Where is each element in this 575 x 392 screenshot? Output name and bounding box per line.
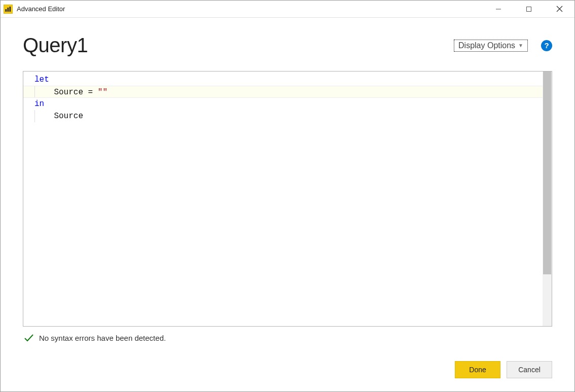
content-area: Query1 Display Options ▼ ? let Source = … bbox=[1, 18, 574, 391]
scrollbar-thumb[interactable] bbox=[543, 72, 551, 274]
code-line: let bbox=[23, 74, 543, 86]
page-title: Query1 bbox=[23, 34, 88, 57]
display-options-label: Display Options bbox=[458, 41, 515, 50]
app-icon bbox=[4, 5, 13, 14]
status-message: No syntax errors have been detected. bbox=[39, 334, 166, 342]
code-line: Source bbox=[23, 110, 543, 122]
code-line: in bbox=[23, 98, 543, 110]
minimize-button[interactable] bbox=[483, 1, 514, 17]
window-title: Advanced Editor bbox=[17, 5, 65, 13]
checkmark-icon bbox=[24, 333, 34, 343]
help-icon[interactable]: ? bbox=[541, 40, 552, 51]
titlebar-left: Advanced Editor bbox=[4, 5, 65, 14]
editor-container: let Source = ""in Source bbox=[23, 71, 552, 327]
button-row: Done Cancel bbox=[23, 361, 552, 381]
svg-rect-5 bbox=[527, 7, 531, 11]
maximize-button[interactable] bbox=[514, 1, 544, 17]
svg-rect-2 bbox=[8, 8, 9, 12]
display-options-dropdown[interactable]: Display Options ▼ bbox=[454, 40, 528, 52]
titlebar: Advanced Editor bbox=[1, 1, 574, 18]
code-editor[interactable]: let Source = ""in Source bbox=[23, 72, 543, 326]
cancel-button[interactable]: Cancel bbox=[507, 361, 552, 378]
code-line: Source = "" bbox=[23, 86, 543, 98]
done-button[interactable]: Done bbox=[455, 361, 500, 378]
svg-rect-1 bbox=[6, 9, 7, 12]
status-row: No syntax errors have been detected. bbox=[23, 327, 552, 343]
window-controls bbox=[483, 1, 574, 17]
svg-rect-3 bbox=[10, 7, 11, 12]
header-row: Query1 Display Options ▼ ? bbox=[23, 34, 552, 57]
header-right: Display Options ▼ ? bbox=[454, 40, 552, 52]
close-button[interactable] bbox=[544, 1, 574, 17]
chevron-down-icon: ▼ bbox=[518, 43, 523, 48]
vertical-scrollbar[interactable] bbox=[543, 72, 552, 326]
